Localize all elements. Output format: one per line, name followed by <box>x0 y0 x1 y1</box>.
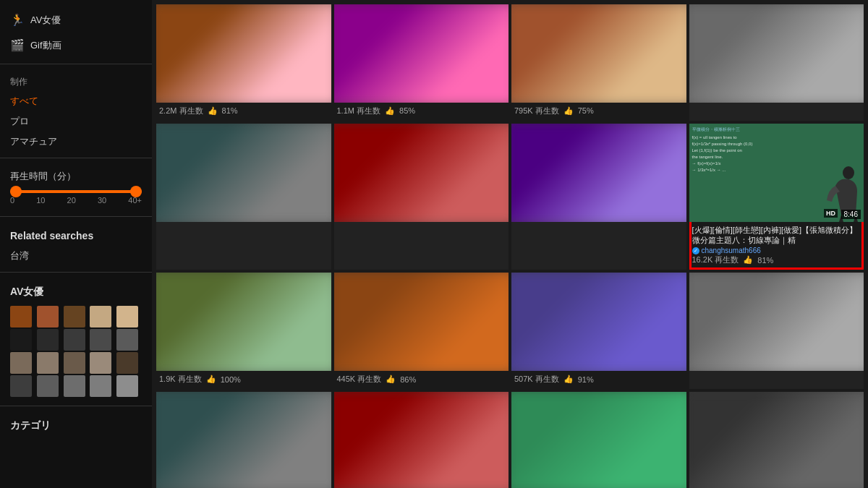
thumb-image <box>334 273 509 371</box>
range-track[interactable] <box>10 190 142 193</box>
av-swatch[interactable] <box>37 352 59 374</box>
range-tick-30: 30 <box>98 196 106 205</box>
av-swatch[interactable] <box>37 329 59 351</box>
video-grid: 2.2M 再生数👍81%1.1M 再生数👍85%795K 再生数👍75%平微積分… <box>156 4 864 488</box>
category-label: カテゴリ <box>0 412 152 437</box>
video-thumbnail <box>156 273 331 371</box>
video-card[interactable]: 1.1M 再生数👍85% <box>334 4 509 121</box>
av-swatch[interactable] <box>64 375 85 397</box>
main-content: 2.2M 再生数👍81%1.1M 再生数👍85%795K 再生数👍75%平微積分… <box>152 0 868 488</box>
av-swatch[interactable] <box>10 352 32 374</box>
range-thumb-left[interactable] <box>10 186 22 197</box>
video-stats: 507K 再生数👍91% <box>514 374 684 385</box>
related-tag-taiwan[interactable]: 台湾 <box>0 246 152 266</box>
thumb-image <box>156 124 331 222</box>
view-count: 445K 再生数 <box>337 374 382 385</box>
thumb-image <box>334 392 509 488</box>
hd-badge: HD <box>824 209 838 218</box>
production-label: 制作 <box>0 70 152 91</box>
av-swatch[interactable] <box>116 375 138 397</box>
av-icon: 🏃 <box>10 13 25 27</box>
video-stats: 2.2M 再生数👍81% <box>159 106 328 116</box>
video-card[interactable]: 795K 再生数👍75% <box>511 4 686 121</box>
range-thumb-right[interactable] <box>130 186 142 197</box>
video-thumbnail <box>689 4 864 103</box>
video-card[interactable]: 1.9K 再生数👍100% <box>156 273 331 389</box>
av-swatch[interactable] <box>37 306 59 328</box>
video-stats: 1.1M 再生数👍85% <box>337 106 506 116</box>
range-labels: 0 10 20 30 40+ <box>10 196 142 205</box>
thumb-image <box>689 392 864 488</box>
video-card[interactable]: 246K 再生数👍79% <box>689 392 864 488</box>
video-card[interactable]: 104K 再生数👍73% <box>156 392 331 488</box>
video-card[interactable]: 445K 再生数👍86% <box>334 273 509 389</box>
production-all[interactable]: すべて <box>0 91 152 111</box>
video-title: [火爆][倫情][師生戀][內褲][做愛]【張旭微積分】微分篇主題八：切線專論｜… <box>692 225 861 246</box>
video-thumbnail <box>156 4 331 103</box>
sidebar-item-gif[interactable]: 🎬 Gif動画 <box>0 33 152 58</box>
video-meta: 795K 再生数👍75% <box>511 103 686 121</box>
sidebar: 🏃 AV女優 🎬 Gif動画 制作 すべて プロ アマチュア 再生時間（分） 0… <box>0 0 152 488</box>
like-rate: 86% <box>400 375 416 384</box>
av-swatch[interactable] <box>116 306 138 328</box>
view-count: 507K 再生数 <box>514 374 559 385</box>
video-card[interactable] <box>511 124 686 270</box>
av-swatch[interactable] <box>10 329 32 351</box>
av-swatch[interactable] <box>37 375 59 397</box>
video-meta: 1.9K 再生数👍100% <box>156 371 331 389</box>
video-thumbnail <box>511 273 686 371</box>
av-swatch[interactable] <box>90 375 111 397</box>
video-card[interactable]: 507K 再生数👍91% <box>511 273 686 389</box>
av-swatch[interactable] <box>116 329 138 351</box>
like-rate: 85% <box>399 106 415 115</box>
svg-point-0 <box>843 166 854 179</box>
video-thumbnail <box>334 4 509 103</box>
video-meta: [火爆][倫情][師生戀][內褲][做愛]【張旭微積分】微分篇主題八：切線專論｜… <box>689 222 864 270</box>
av-color-grid <box>0 303 152 400</box>
thumb-image <box>156 273 331 371</box>
view-count: 1.9K 再生数 <box>159 374 202 385</box>
thumb-image <box>511 4 686 103</box>
av-swatch[interactable] <box>116 352 138 374</box>
video-stats: 16.2K 再生数👍81% <box>692 254 861 265</box>
av-swatch[interactable] <box>10 375 32 397</box>
av-swatch[interactable] <box>64 329 85 351</box>
thumb-image <box>511 273 686 371</box>
production-amateur[interactable]: アマチュア <box>0 132 152 152</box>
sidebar-item-av[interactable]: 🏃 AV女優 <box>0 7 152 33</box>
video-thumbnail: 平微積分・積漸析例十三 f(x) = ull tangen lines to f… <box>689 124 864 222</box>
range-tick-10: 10 <box>36 196 45 205</box>
video-card[interactable] <box>156 124 331 270</box>
view-count: 2.2M 再生数 <box>159 106 203 116</box>
av-swatch[interactable] <box>90 352 111 374</box>
video-channel[interactable]: ✓changhsumath666 <box>692 247 861 254</box>
like-rate: 91% <box>578 375 594 384</box>
duration-label: 再生時間（分） <box>10 170 142 183</box>
video-thumbnail <box>334 392 509 488</box>
sidebar-av-label: AV女優 <box>30 14 61 27</box>
range-fill <box>10 190 142 193</box>
video-card[interactable] <box>689 4 864 121</box>
video-thumbnail <box>156 124 331 222</box>
video-thumbnail <box>334 273 509 371</box>
video-card[interactable] <box>334 124 509 270</box>
video-card[interactable] <box>689 273 864 389</box>
video-thumbnail <box>156 392 331 488</box>
verified-badge: ✓ <box>692 247 699 254</box>
video-card[interactable]: 平微積分・積漸析例十三 f(x) = ull tangen lines to f… <box>689 124 864 270</box>
video-stats: 795K 再生数👍75% <box>514 106 684 116</box>
video-card[interactable]: 2.2M 再生数👍81% <box>156 4 331 121</box>
av-swatch[interactable] <box>10 306 32 328</box>
video-card[interactable]: 552K 再生数👍84% <box>511 392 686 488</box>
production-pro[interactable]: プロ <box>0 111 152 132</box>
av-swatch[interactable] <box>64 352 85 374</box>
thumb-image <box>334 4 509 103</box>
av-swatch[interactable] <box>90 306 111 328</box>
thumb-image <box>511 124 686 222</box>
av-swatch[interactable] <box>90 329 111 351</box>
video-thumbnail <box>689 273 864 371</box>
gif-icon: 🎬 <box>10 38 25 52</box>
video-card[interactable]: 1.6M 再生数👍81% <box>334 392 509 488</box>
sidebar-gif-label: Gif動画 <box>30 39 61 52</box>
av-swatch[interactable] <box>64 306 85 328</box>
